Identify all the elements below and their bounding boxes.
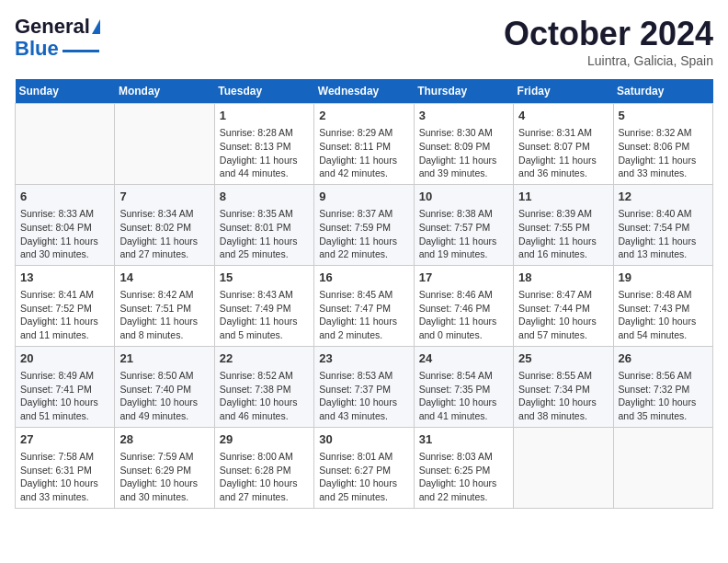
day-number: 15	[220, 270, 309, 286]
day-cell: 5Sunrise: 8:32 AMSunset: 8:06 PMDaylight…	[613, 104, 712, 185]
day-cell: 29Sunrise: 8:00 AMSunset: 6:28 PMDayligh…	[214, 427, 313, 508]
day-info: Sunrise: 8:41 AMSunset: 7:52 PMDaylight:…	[20, 288, 109, 342]
day-info: Sunrise: 8:50 AMSunset: 7:40 PMDaylight:…	[119, 369, 209, 423]
day-number: 8	[220, 189, 309, 205]
day-cell: 27Sunrise: 7:58 AMSunset: 6:31 PMDayligh…	[16, 427, 115, 508]
day-cell: 22Sunrise: 8:52 AMSunset: 7:38 PMDayligh…	[214, 346, 313, 427]
day-info: Sunrise: 8:30 AMSunset: 8:09 PMDaylight:…	[419, 126, 508, 180]
logo-blue: Blue	[15, 37, 59, 61]
day-cell: 14Sunrise: 8:42 AMSunset: 7:51 PMDayligh…	[115, 265, 214, 346]
day-cell: 9Sunrise: 8:37 AMSunset: 7:59 PMDaylight…	[314, 184, 414, 265]
day-cell: 21Sunrise: 8:50 AMSunset: 7:40 PMDayligh…	[115, 346, 214, 427]
day-info: Sunrise: 8:39 AMSunset: 7:55 PMDaylight:…	[518, 207, 608, 261]
day-cell: 12Sunrise: 8:40 AMSunset: 7:54 PMDayligh…	[613, 184, 712, 265]
day-cell: 13Sunrise: 8:41 AMSunset: 7:52 PMDayligh…	[16, 265, 115, 346]
day-info: Sunrise: 7:58 AMSunset: 6:31 PMDaylight:…	[20, 450, 109, 504]
day-info: Sunrise: 8:33 AMSunset: 8:04 PMDaylight:…	[20, 207, 109, 261]
day-info: Sunrise: 8:56 AMSunset: 7:32 PMDaylight:…	[619, 369, 708, 423]
day-cell	[514, 427, 613, 508]
day-info: Sunrise: 8:53 AMSunset: 7:37 PMDaylight:…	[319, 369, 408, 423]
header-row: SundayMondayTuesdayWednesdayThursdayFrid…	[16, 79, 713, 104]
day-info: Sunrise: 8:47 AMSunset: 7:44 PMDaylight:…	[518, 288, 608, 342]
day-cell	[613, 427, 712, 508]
day-info: Sunrise: 8:40 AMSunset: 7:54 PMDaylight:…	[619, 207, 708, 261]
day-cell: 3Sunrise: 8:30 AMSunset: 8:09 PMDaylight…	[414, 104, 513, 185]
week-row-5: 27Sunrise: 7:58 AMSunset: 6:31 PMDayligh…	[16, 427, 713, 508]
day-cell: 6Sunrise: 8:33 AMSunset: 8:04 PMDaylight…	[16, 184, 115, 265]
day-number: 28	[119, 431, 209, 448]
day-number: 30	[319, 431, 408, 448]
day-number: 10	[419, 189, 508, 205]
day-cell: 25Sunrise: 8:55 AMSunset: 7:34 PMDayligh…	[514, 346, 613, 427]
title-block: October 2024 Luintra, Galicia, Spain	[504, 15, 713, 68]
col-header-thursday: Thursday	[414, 79, 513, 104]
day-cell: 4Sunrise: 8:31 AMSunset: 8:07 PMDaylight…	[514, 104, 613, 185]
day-number: 22	[220, 350, 309, 367]
day-number: 20	[20, 350, 109, 367]
day-info: Sunrise: 8:46 AMSunset: 7:46 PMDaylight:…	[419, 288, 508, 342]
day-number: 18	[518, 270, 608, 286]
col-header-tuesday: Tuesday	[214, 79, 313, 104]
day-cell: 7Sunrise: 8:34 AMSunset: 8:02 PMDaylight…	[115, 184, 214, 265]
day-cell: 15Sunrise: 8:43 AMSunset: 7:49 PMDayligh…	[214, 265, 313, 346]
day-number: 19	[619, 270, 708, 286]
day-number: 4	[518, 108, 608, 124]
logo: General Blue	[15, 15, 100, 61]
day-cell: 16Sunrise: 8:45 AMSunset: 7:47 PMDayligh…	[314, 265, 414, 346]
day-number: 9	[319, 189, 408, 205]
day-cell: 18Sunrise: 8:47 AMSunset: 7:44 PMDayligh…	[514, 265, 613, 346]
day-cell: 11Sunrise: 8:39 AMSunset: 7:55 PMDayligh…	[514, 184, 613, 265]
day-cell: 8Sunrise: 8:35 AMSunset: 8:01 PMDaylight…	[214, 184, 313, 265]
day-number: 17	[419, 270, 508, 286]
day-number: 25	[518, 350, 608, 367]
day-info: Sunrise: 8:32 AMSunset: 8:06 PMDaylight:…	[619, 126, 708, 180]
day-info: Sunrise: 8:38 AMSunset: 7:57 PMDaylight:…	[419, 207, 508, 261]
week-row-1: 1Sunrise: 8:28 AMSunset: 8:13 PMDaylight…	[16, 104, 713, 185]
col-header-wednesday: Wednesday	[314, 79, 414, 104]
day-number: 27	[20, 431, 109, 448]
week-row-3: 13Sunrise: 8:41 AMSunset: 7:52 PMDayligh…	[16, 265, 713, 346]
day-info: Sunrise: 8:49 AMSunset: 7:41 PMDaylight:…	[20, 369, 109, 423]
day-number: 26	[619, 350, 708, 367]
day-number: 23	[319, 350, 408, 367]
day-cell: 23Sunrise: 8:53 AMSunset: 7:37 PMDayligh…	[314, 346, 414, 427]
week-row-4: 20Sunrise: 8:49 AMSunset: 7:41 PMDayligh…	[16, 346, 713, 427]
day-cell: 26Sunrise: 8:56 AMSunset: 7:32 PMDayligh…	[613, 346, 712, 427]
location: Luintra, Galicia, Spain	[504, 53, 713, 68]
day-number: 29	[220, 431, 309, 448]
day-number: 13	[20, 270, 109, 286]
day-cell: 19Sunrise: 8:48 AMSunset: 7:43 PMDayligh…	[613, 265, 712, 346]
day-cell: 30Sunrise: 8:01 AMSunset: 6:27 PMDayligh…	[314, 427, 414, 508]
day-info: Sunrise: 8:48 AMSunset: 7:43 PMDaylight:…	[619, 288, 708, 342]
day-number: 31	[419, 431, 508, 448]
col-header-sunday: Sunday	[16, 79, 115, 104]
day-info: Sunrise: 8:34 AMSunset: 8:02 PMDaylight:…	[119, 207, 209, 261]
day-cell	[115, 104, 214, 185]
day-info: Sunrise: 8:01 AMSunset: 6:27 PMDaylight:…	[319, 450, 408, 504]
calendar-table: SundayMondayTuesdayWednesdayThursdayFrid…	[15, 79, 713, 509]
day-cell: 24Sunrise: 8:54 AMSunset: 7:35 PMDayligh…	[414, 346, 513, 427]
day-cell: 31Sunrise: 8:03 AMSunset: 6:25 PMDayligh…	[414, 427, 513, 508]
day-info: Sunrise: 8:31 AMSunset: 8:07 PMDaylight:…	[518, 126, 608, 180]
day-info: Sunrise: 8:42 AMSunset: 7:51 PMDaylight:…	[119, 288, 209, 342]
day-number: 1	[220, 108, 309, 124]
day-info: Sunrise: 8:37 AMSunset: 7:59 PMDaylight:…	[319, 207, 408, 261]
week-row-2: 6Sunrise: 8:33 AMSunset: 8:04 PMDaylight…	[16, 184, 713, 265]
logo-general: General	[15, 15, 90, 39]
day-number: 12	[619, 189, 708, 205]
col-header-saturday: Saturday	[613, 79, 712, 104]
day-info: Sunrise: 8:00 AMSunset: 6:28 PMDaylight:…	[220, 450, 309, 504]
day-cell: 28Sunrise: 7:59 AMSunset: 6:29 PMDayligh…	[115, 427, 214, 508]
logo-underline	[63, 50, 99, 52]
day-info: Sunrise: 8:52 AMSunset: 7:38 PMDaylight:…	[220, 369, 309, 423]
day-number: 16	[319, 270, 408, 286]
day-info: Sunrise: 7:59 AMSunset: 6:29 PMDaylight:…	[119, 450, 209, 504]
logo-arrow-shape	[92, 19, 100, 34]
day-number: 24	[419, 350, 508, 367]
day-cell: 2Sunrise: 8:29 AMSunset: 8:11 PMDaylight…	[314, 104, 414, 185]
day-number: 7	[119, 189, 209, 205]
day-cell: 10Sunrise: 8:38 AMSunset: 7:57 PMDayligh…	[414, 184, 513, 265]
day-number: 2	[319, 108, 408, 124]
day-number: 6	[20, 189, 109, 205]
day-number: 3	[419, 108, 508, 124]
